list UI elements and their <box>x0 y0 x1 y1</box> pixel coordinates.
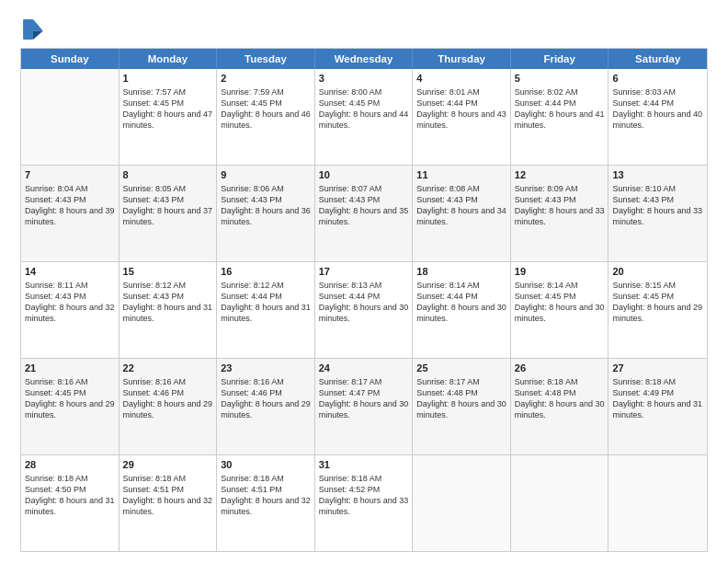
day-number: 10 <box>319 168 409 182</box>
daylight-text: Daylight: 8 hours and 40 minutes. <box>612 109 702 130</box>
header-day-saturday: Saturday <box>609 49 707 69</box>
daylight-text: Daylight: 8 hours and 32 minutes. <box>25 303 115 323</box>
sunrise-text: Sunrise: 8:11 AM <box>25 281 88 290</box>
sunset-text: Sunset: 4:48 PM <box>515 388 576 397</box>
daylight-text: Daylight: 8 hours and 30 minutes. <box>416 399 506 419</box>
sunrise-text: Sunrise: 8:08 AM <box>416 184 480 193</box>
daylight-text: Daylight: 8 hours and 30 minutes. <box>319 303 409 323</box>
header-day-friday: Friday <box>511 49 609 69</box>
daylight-text: Daylight: 8 hours and 29 minutes. <box>221 399 311 419</box>
sunset-text: Sunset: 4:52 PM <box>319 485 381 494</box>
daylight-text: Daylight: 8 hours and 30 minutes. <box>319 399 409 419</box>
sunrise-text: Sunrise: 8:16 AM <box>221 377 284 386</box>
calendar: SundayMondayTuesdayWednesdayThursdayFrid… <box>20 48 708 552</box>
daylight-text: Daylight: 8 hours and 39 minutes. <box>25 206 115 226</box>
sunrise-text: Sunrise: 8:18 AM <box>221 474 284 483</box>
daylight-text: Daylight: 8 hours and 29 minutes. <box>612 303 702 323</box>
sunrise-text: Sunrise: 8:05 AM <box>123 184 187 193</box>
cal-cell: 25Sunrise: 8:17 AMSunset: 4:48 PMDayligh… <box>413 359 511 454</box>
sunrise-text: Sunrise: 7:59 AM <box>221 87 284 97</box>
header-day-sunday: Sunday <box>21 49 119 69</box>
day-number: 29 <box>123 458 213 472</box>
day-number: 15 <box>123 265 213 279</box>
sunset-text: Sunset: 4:44 PM <box>416 292 478 301</box>
sunset-text: Sunset: 4:44 PM <box>221 292 282 301</box>
sunset-text: Sunset: 4:46 PM <box>123 388 185 397</box>
sunrise-text: Sunrise: 8:18 AM <box>515 377 578 386</box>
cal-cell: 23Sunrise: 8:16 AMSunset: 4:46 PMDayligh… <box>217 359 315 454</box>
daylight-text: Daylight: 8 hours and 29 minutes. <box>123 399 213 419</box>
sunset-text: Sunset: 4:43 PM <box>612 195 674 204</box>
day-number: 19 <box>515 265 605 279</box>
header-day-monday: Monday <box>119 49 218 69</box>
cal-cell: 30Sunrise: 8:18 AMSunset: 4:51 PMDayligh… <box>217 455 315 551</box>
day-number: 31 <box>319 458 409 472</box>
sunset-text: Sunset: 4:51 PM <box>221 485 282 494</box>
logo-icon <box>20 17 46 42</box>
sunset-text: Sunset: 4:51 PM <box>123 485 185 494</box>
cal-cell: 14Sunrise: 8:11 AMSunset: 4:43 PMDayligh… <box>21 262 119 358</box>
calendar-header: SundayMondayTuesdayWednesdayThursdayFrid… <box>21 49 707 69</box>
sunset-text: Sunset: 4:45 PM <box>319 98 381 108</box>
day-number: 4 <box>416 72 506 86</box>
sunrise-text: Sunrise: 8:14 AM <box>515 281 578 290</box>
daylight-text: Daylight: 8 hours and 32 minutes. <box>123 496 213 516</box>
logo <box>20 17 50 42</box>
cal-cell: 6Sunrise: 8:03 AMSunset: 4:44 PMDaylight… <box>609 69 707 165</box>
daylight-text: Daylight: 8 hours and 34 minutes. <box>416 206 506 226</box>
sunset-text: Sunset: 4:45 PM <box>25 388 86 397</box>
cal-cell: 17Sunrise: 8:13 AMSunset: 4:44 PMDayligh… <box>315 262 414 358</box>
daylight-text: Daylight: 8 hours and 30 minutes. <box>416 303 506 323</box>
sunset-text: Sunset: 4:43 PM <box>25 195 86 204</box>
daylight-text: Daylight: 8 hours and 31 minutes. <box>612 399 702 419</box>
sunrise-text: Sunrise: 8:13 AM <box>319 281 382 290</box>
day-number: 5 <box>515 72 605 86</box>
cal-cell: 7Sunrise: 8:04 AMSunset: 4:43 PMDaylight… <box>21 166 119 261</box>
daylight-text: Daylight: 8 hours and 33 minutes. <box>612 206 702 226</box>
day-number: 8 <box>123 168 213 182</box>
cal-cell: 28Sunrise: 8:18 AMSunset: 4:50 PMDayligh… <box>21 455 119 551</box>
cal-cell: 27Sunrise: 8:18 AMSunset: 4:49 PMDayligh… <box>609 359 707 454</box>
day-number: 13 <box>612 168 703 182</box>
sunrise-text: Sunrise: 8:10 AM <box>612 184 676 193</box>
day-number: 12 <box>515 168 605 182</box>
sunrise-text: Sunrise: 8:14 AM <box>416 281 480 290</box>
sunset-text: Sunset: 4:43 PM <box>515 195 576 204</box>
cal-cell: 8Sunrise: 8:05 AMSunset: 4:43 PMDaylight… <box>119 166 218 261</box>
header-day-tuesday: Tuesday <box>217 49 315 69</box>
cal-cell: 21Sunrise: 8:16 AMSunset: 4:45 PMDayligh… <box>21 359 119 454</box>
day-number: 2 <box>221 72 311 86</box>
daylight-text: Daylight: 8 hours and 31 minutes. <box>123 303 213 323</box>
day-number: 3 <box>319 72 409 86</box>
svg-rect-3 <box>23 19 33 40</box>
cal-cell: 22Sunrise: 8:16 AMSunset: 4:46 PMDayligh… <box>119 359 218 454</box>
week-row-4: 21Sunrise: 8:16 AMSunset: 4:45 PMDayligh… <box>21 359 707 455</box>
sunrise-text: Sunrise: 8:12 AM <box>123 281 187 290</box>
week-row-1: 1Sunrise: 7:57 AMSunset: 4:45 PMDaylight… <box>21 69 707 166</box>
header-day-thursday: Thursday <box>413 49 511 69</box>
daylight-text: Daylight: 8 hours and 31 minutes. <box>221 303 311 323</box>
day-number: 26 <box>515 362 605 375</box>
sunrise-text: Sunrise: 8:17 AM <box>416 377 480 386</box>
header <box>20 17 708 42</box>
cal-cell: 24Sunrise: 8:17 AMSunset: 4:47 PMDayligh… <box>315 359 414 454</box>
cal-cell: 12Sunrise: 8:09 AMSunset: 4:43 PMDayligh… <box>511 166 609 261</box>
day-number: 16 <box>221 265 311 279</box>
cal-cell: 16Sunrise: 8:12 AMSunset: 4:44 PMDayligh… <box>217 262 315 358</box>
sunrise-text: Sunrise: 8:16 AM <box>25 377 88 386</box>
sunset-text: Sunset: 4:44 PM <box>612 98 674 108</box>
sunset-text: Sunset: 4:45 PM <box>123 98 185 108</box>
page: SundayMondayTuesdayWednesdayThursdayFrid… <box>0 0 728 563</box>
sunset-text: Sunset: 4:46 PM <box>221 388 282 397</box>
day-number: 27 <box>612 362 703 375</box>
daylight-text: Daylight: 8 hours and 47 minutes. <box>123 109 213 130</box>
svg-marker-2 <box>33 31 43 40</box>
daylight-text: Daylight: 8 hours and 30 minutes. <box>515 399 605 419</box>
day-number: 9 <box>221 168 311 182</box>
daylight-text: Daylight: 8 hours and 33 minutes. <box>319 496 409 516</box>
sunrise-text: Sunrise: 8:03 AM <box>612 87 676 97</box>
sunrise-text: Sunrise: 7:57 AM <box>123 87 187 97</box>
sunset-text: Sunset: 4:45 PM <box>612 292 674 301</box>
sunrise-text: Sunrise: 8:01 AM <box>416 87 480 97</box>
day-number: 11 <box>416 168 506 182</box>
